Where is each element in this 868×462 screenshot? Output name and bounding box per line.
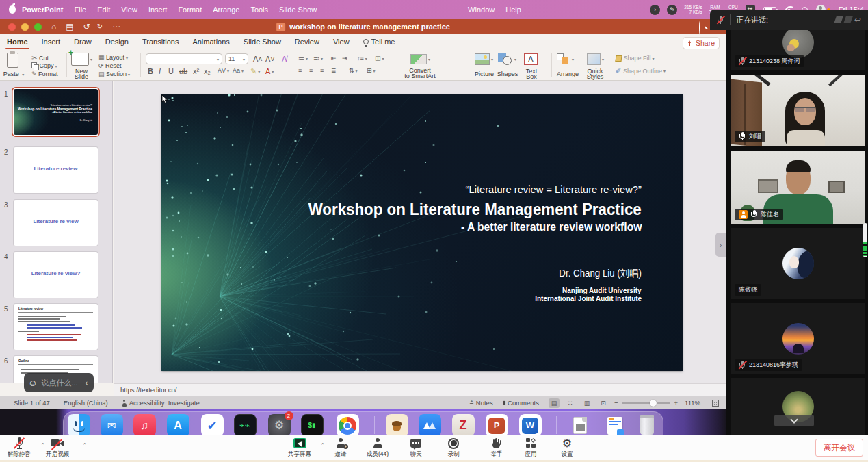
menu-format[interactable]: Format: [172, 5, 207, 14]
slideshow-button[interactable]: ⊡: [598, 398, 609, 408]
status-item-arrow-icon[interactable]: ›: [650, 5, 660, 15]
menu-arrange[interactable]: Arrange: [207, 5, 245, 14]
menu-tools[interactable]: Tools: [245, 5, 274, 14]
meeting-control-settings[interactable]: ⚙设置: [545, 437, 589, 459]
tab-design[interactable]: Design: [98, 34, 135, 50]
clear-format-button[interactable]: A̸: [282, 55, 287, 63]
dock-meeting-app-icon[interactable]: [419, 414, 441, 437]
participant-tile-5[interactable]: 213140816李梦琪: [731, 303, 865, 374]
tab-animations[interactable]: Animations: [185, 34, 236, 50]
fit-slide-button[interactable]: [710, 398, 721, 408]
dock-word-icon[interactable]: W: [519, 414, 542, 437]
save-icon[interactable]: ▤: [66, 19, 73, 34]
font-color-button[interactable]: A▾: [265, 67, 274, 75]
emoji-icon[interactable]: ☺: [28, 378, 37, 388]
zoom-slider[interactable]: [622, 402, 670, 404]
leave-meeting-button[interactable]: 离开会议: [815, 439, 863, 457]
zoom-out-button[interactable]: −: [614, 399, 618, 407]
slide-quote-text[interactable]: “Literature review = Literature re-view?…: [466, 183, 642, 196]
subscript-button[interactable]: x₂: [204, 67, 211, 75]
slide-canvas[interactable]: “Literature review = Literature re-view?…: [161, 94, 683, 371]
layout-button[interactable]: ▦ Layout▾: [98, 54, 128, 61]
reset-button[interactable]: ⟳ Reset: [98, 62, 122, 69]
slide-thumbnail-5[interactable]: Literature review: [14, 304, 98, 350]
scroll-down-button[interactable]: [774, 415, 814, 426]
underline-button[interactable]: U: [168, 67, 174, 75]
format-painter-button[interactable]: ✎ Format: [31, 70, 58, 77]
align-text-button[interactable]: ⊞▾: [367, 67, 376, 74]
tab-transitions[interactable]: Transitions: [135, 34, 185, 50]
superscript-button[interactable]: x²: [193, 67, 199, 75]
slide-presenter-text[interactable]: Dr. Chang Liu (刘唱): [560, 268, 642, 280]
zoom-in-button[interactable]: +: [674, 399, 679, 407]
menu-app-name[interactable]: PowerPoint: [16, 5, 69, 14]
slide-org1-text[interactable]: Nanjing Audit University: [563, 286, 642, 294]
shrink-font-button[interactable]: A˅: [265, 55, 275, 63]
dock-terminal-icon[interactable]: $▮: [301, 414, 324, 437]
copy-button[interactable]: Copy▾: [31, 62, 57, 69]
italic-button[interactable]: I: [159, 67, 161, 75]
slide-sorter-button[interactable]: ∷: [565, 398, 576, 408]
dock-trash-icon[interactable]: [636, 414, 659, 437]
sidebar-scrollbar[interactable]: [863, 223, 867, 257]
redo-icon[interactable]: ↻: [97, 19, 103, 34]
picture-button[interactable]: ▾: [475, 53, 493, 65]
arrange-button[interactable]: ▾: [557, 53, 574, 65]
reading-view-button[interactable]: ▥: [581, 398, 592, 408]
shape-fill-button[interactable]: Shape Fill▾: [616, 55, 655, 62]
font-size-combo[interactable]: 11▾: [225, 53, 248, 64]
zoom-button[interactable]: [34, 23, 42, 31]
dock-acorn-icon[interactable]: [386, 414, 408, 437]
participant-tile-2[interactable]: 刘唱: [731, 75, 865, 146]
char-spacing-button[interactable]: A̲V̲▾: [218, 67, 229, 74]
quick-styles-button[interactable]: ▾: [587, 53, 604, 65]
slide-subtitle-text[interactable]: - A better literature review workflow: [460, 220, 642, 233]
slide-title-text[interactable]: Workshop on Literature Management Practi…: [308, 201, 642, 219]
header-back-icon[interactable]: ↩: [854, 15, 861, 25]
meeting-control-mic-muted[interactable]: 解除静音: [0, 437, 41, 459]
control-expand-caret[interactable]: ⌃: [82, 442, 88, 449]
tab-review[interactable]: Review: [288, 34, 326, 50]
dock-document-icon[interactable]: [569, 414, 592, 437]
meeting-control-screen-share[interactable]: 共享屏幕: [278, 437, 321, 459]
columns-button[interactable]: ◫▾: [375, 55, 384, 62]
apple-menu-icon[interactable]: [9, 5, 16, 14]
shapes-button[interactable]: ▾: [498, 53, 516, 65]
meeting-control-members[interactable]: 成员(44): [356, 437, 399, 459]
tab-insert[interactable]: Insert: [35, 34, 68, 50]
menu-slide-show[interactable]: Slide Show: [274, 5, 322, 14]
change-case-button[interactable]: Aa▾: [233, 67, 244, 74]
paste-button[interactable]: [7, 53, 18, 68]
dock-system-settings-icon[interactable]: ⚙2: [268, 414, 291, 437]
minimize-button[interactable]: [21, 23, 29, 31]
strikethrough-button[interactable]: ab: [179, 67, 187, 75]
bold-button[interactable]: B: [148, 67, 153, 75]
outdent-button[interactable]: ⇤: [331, 55, 337, 62]
grow-font-button[interactable]: A˄: [253, 55, 263, 63]
align-left-button[interactable]: ≡: [298, 67, 302, 74]
font-name-combo[interactable]: ▾: [146, 53, 222, 64]
menu-help[interactable]: Help: [500, 5, 527, 14]
line-spacing-button[interactable]: ↕≡▾: [357, 55, 367, 62]
indent-button[interactable]: ⇥: [342, 55, 347, 62]
tab-view[interactable]: View: [326, 34, 356, 50]
menu-insert[interactable]: Insert: [143, 5, 173, 14]
numbering-button[interactable]: ≕▾: [313, 55, 323, 62]
highlight-button[interactable]: ✎▾: [250, 67, 260, 76]
normal-view-button[interactable]: ▤: [549, 398, 560, 408]
close-button[interactable]: [8, 23, 16, 31]
tab-slide-show[interactable]: Slide Show: [237, 34, 288, 50]
dock-finder-icon[interactable]: [68, 414, 90, 437]
meeting-chat-bubble[interactable]: ☺ 说点什么... ‹: [24, 373, 94, 392]
dock-music-icon[interactable]: ♫: [133, 414, 156, 437]
meeting-control-camera-off[interactable]: 开启视频: [36, 437, 79, 459]
bullets-button[interactable]: ≔▾: [298, 55, 308, 62]
tab-tell-me[interactable]: Tell me: [356, 34, 402, 50]
tab-home[interactable]: Home: [0, 34, 35, 50]
notes-area[interactable]: https://texteditor.co/: [114, 383, 726, 396]
align-center-button[interactable]: ≡: [309, 67, 313, 74]
chat-collapse-icon[interactable]: ‹: [85, 378, 88, 387]
text-direction-button[interactable]: ⇅▾: [349, 67, 358, 74]
status-item-pen-icon[interactable]: ✎: [667, 5, 677, 15]
cut-button[interactable]: ✂ Cut: [31, 54, 49, 62]
